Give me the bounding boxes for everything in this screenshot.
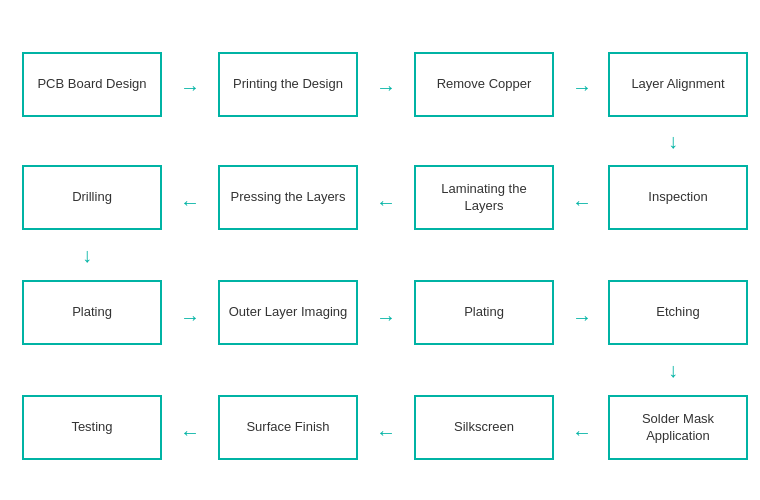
arr-10-arrow: → xyxy=(359,307,413,327)
arr-12-arrow: ↓ xyxy=(663,346,683,394)
silkscreen: Silkscreen xyxy=(414,395,554,460)
arr-8-arrow: ↓ xyxy=(77,231,97,279)
plating-2: Plating xyxy=(414,280,554,345)
etching: Etching xyxy=(608,280,748,345)
pressing-layers: Pressing the Layers xyxy=(218,165,358,230)
testing: Testing xyxy=(22,395,162,460)
arr-5-arrow: ← xyxy=(555,192,609,212)
arr-7-arrow: ← xyxy=(163,192,217,212)
outer-layer-imaging: Outer Layer Imaging xyxy=(218,280,358,345)
solder-mask: Solder Mask Application xyxy=(608,395,748,460)
remove-copper: Remove Copper xyxy=(414,52,554,117)
arr-14-arrow: ← xyxy=(359,422,413,442)
arr-15-arrow: ← xyxy=(163,422,217,442)
inspection: Inspection xyxy=(608,165,748,230)
arr-9-arrow: → xyxy=(163,307,217,327)
laminating-layers: Laminating the Layers xyxy=(414,165,554,230)
drilling: Drilling xyxy=(22,165,162,230)
arr-11-arrow: → xyxy=(555,307,609,327)
plating-1: Plating xyxy=(22,280,162,345)
arr-13-arrow: ← xyxy=(555,422,609,442)
arr-3-arrow: → xyxy=(555,77,609,97)
pcb-board-design: PCB Board Design xyxy=(22,52,162,117)
pcb-process-diagram: PCB Board DesignPrinting the DesignRemov… xyxy=(0,0,760,500)
arr-1-arrow: → xyxy=(163,77,217,97)
arr-4-arrow: ↓ xyxy=(663,118,683,164)
arr-6-arrow: ← xyxy=(359,192,413,212)
layer-alignment: Layer Alignment xyxy=(608,52,748,117)
arr-2-arrow: → xyxy=(359,77,413,97)
printing-design: Printing the Design xyxy=(218,52,358,117)
surface-finish: Surface Finish xyxy=(218,395,358,460)
